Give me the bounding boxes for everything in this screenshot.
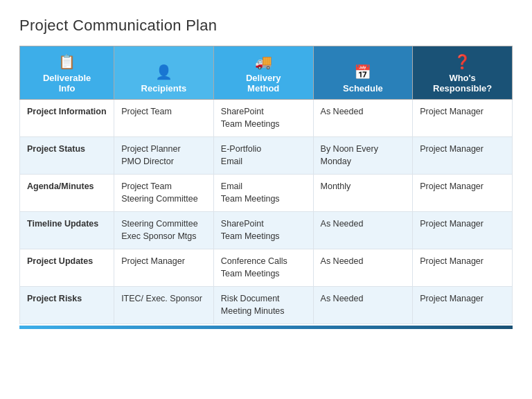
cell-delivery: Conference CallsTeam Meetings <box>213 249 313 287</box>
table-row: Project UpdatesProject ManagerConference… <box>20 249 513 287</box>
page-title: Project Communication Plan <box>19 17 513 35</box>
cell-recipients: Project TeamSteering Committee <box>114 175 214 212</box>
schedule-icon: 📅 <box>319 64 407 80</box>
cell-recipients: Project Manager <box>114 249 214 287</box>
table-row: Timeline UpdatesSteering CommitteeExec S… <box>20 212 513 249</box>
cell-responsible: Project Manager <box>413 212 513 249</box>
table-header-row: 📋 DeliverableInfo 👤 Recipients 🚚 Deliver… <box>20 46 513 100</box>
recipients-icon: 👤 <box>120 64 208 80</box>
cell-responsible: Project Manager <box>413 175 513 212</box>
table-body: Project InformationProject TeamSharePoin… <box>20 100 513 324</box>
col-header-delivery-label: DeliveryMethod <box>246 73 281 94</box>
deliverable-icon: 📋 <box>26 53 108 70</box>
col-header-delivery: 🚚 DeliveryMethod <box>213 46 313 100</box>
cell-responsible: Project Manager <box>413 100 513 137</box>
cell-delivery: Risk DocumentMeeting Minutes <box>213 287 313 324</box>
col-header-deliverable-label: DeliverableInfo <box>43 73 91 94</box>
cell-recipients: Project Team <box>114 100 214 137</box>
cell-responsible: Project Manager <box>413 249 513 287</box>
delivery-icon: 🚚 <box>220 53 308 70</box>
cell-responsible: Project Manager <box>413 137 513 175</box>
cell-schedule: As Needed <box>313 249 413 287</box>
communication-plan-table: 📋 DeliverableInfo 👤 Recipients 🚚 Deliver… <box>19 46 513 324</box>
cell-delivery: E-PortfolioEmail <box>213 137 313 175</box>
cell-schedule: As Needed <box>313 212 413 249</box>
cell-deliverable: Project Status <box>20 137 114 175</box>
cell-responsible: Project Manager <box>413 287 513 324</box>
cell-deliverable: Timeline Updates <box>20 212 114 249</box>
cell-recipients: ITEC/ Exec. Sponsor <box>114 287 214 324</box>
cell-recipients: Project PlannerPMO Director <box>114 137 214 175</box>
table-row: Project RisksITEC/ Exec. SponsorRisk Doc… <box>20 287 513 324</box>
cell-deliverable: Agenda/Minutes <box>20 175 114 212</box>
responsible-icon: ❓ <box>418 53 506 70</box>
cell-delivery: EmailTeam Meetings <box>213 175 313 212</box>
cell-delivery: SharePointTeam Meetings <box>213 100 313 137</box>
cell-deliverable: Project Risks <box>20 287 114 324</box>
bottom-bar <box>19 326 513 329</box>
table-row: Project StatusProject PlannerPMO Directo… <box>20 137 513 175</box>
col-header-schedule-label: Schedule <box>343 83 383 94</box>
cell-schedule: Monthly <box>313 175 413 212</box>
cell-schedule: As Needed <box>313 100 413 137</box>
col-header-schedule: 📅 Schedule <box>313 46 413 100</box>
cell-deliverable: Project Information <box>20 100 114 137</box>
cell-schedule: By Noon EveryMonday <box>313 137 413 175</box>
col-header-responsible-label: Who'sResponsible? <box>433 73 492 94</box>
table-row: Project InformationProject TeamSharePoin… <box>20 100 513 137</box>
table-row: Agenda/MinutesProject TeamSteering Commi… <box>20 175 513 212</box>
col-header-recipients: 👤 Recipients <box>114 46 214 100</box>
cell-recipients: Steering CommitteeExec Sponsor Mtgs <box>114 212 214 249</box>
cell-deliverable: Project Updates <box>20 249 114 287</box>
col-header-responsible: ❓ Who'sResponsible? <box>413 46 513 100</box>
col-header-recipients-label: Recipients <box>141 83 187 94</box>
col-header-deliverable: 📋 DeliverableInfo <box>20 46 114 100</box>
cell-delivery: SharePointTeam Meetings <box>213 212 313 249</box>
cell-schedule: As Needed <box>313 287 413 324</box>
